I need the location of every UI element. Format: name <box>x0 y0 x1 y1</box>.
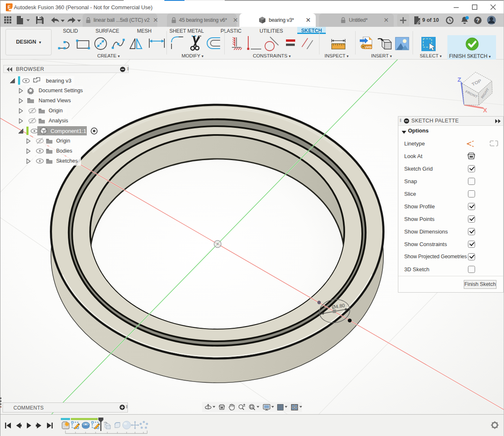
svg-text:X: X <box>483 107 487 114</box>
svg-text:Z: Z <box>457 76 461 83</box>
